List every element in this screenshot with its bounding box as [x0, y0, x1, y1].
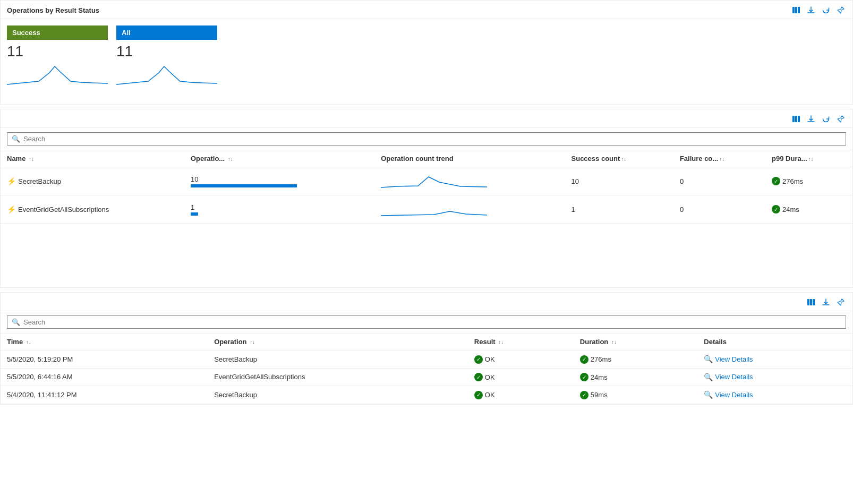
- drow1-view-details-link[interactable]: 🔍 View Details: [704, 355, 846, 363]
- row2-trend: [374, 195, 565, 224]
- download-icon[interactable]: [806, 5, 816, 15]
- drow2-operation: EventGridGetAllSubscriptions: [208, 368, 468, 386]
- drow3-operation: SecretBackup: [208, 386, 468, 404]
- row2-check-icon: ✓: [772, 205, 780, 213]
- col-name[interactable]: Name ↑↓: [1, 150, 184, 167]
- panel3-toolbar: [806, 297, 846, 307]
- details-header-row: Time ↑↓ Operation ↑↓ Result ↑↓ Duration …: [1, 334, 852, 351]
- col-trend[interactable]: Operation count trend: [374, 150, 565, 167]
- svg-rect-4: [795, 116, 797, 122]
- table-header-row: Name ↑↓ Operatio... ↑↓ Operation count t…: [1, 150, 852, 167]
- table-row: ⚡ SecretBackup 10: [1, 167, 852, 195]
- all-tile-header: All: [116, 25, 217, 40]
- sort-operation: ↑↓: [228, 156, 233, 162]
- table-row: 5/5/2020, 5:19:20 PM SecretBackup ✓ OK ✓…: [1, 351, 852, 369]
- drow3-check-icon: ✓: [474, 391, 483, 399]
- panel2-pin-icon[interactable]: [835, 114, 846, 124]
- col-operation-count[interactable]: Operatio... ↑↓: [184, 150, 374, 167]
- panel2-columns-icon[interactable]: [791, 114, 801, 124]
- col-operation[interactable]: Operation ↑↓: [208, 334, 468, 351]
- all-tile-count: 11: [116, 42, 217, 60]
- drow1-details[interactable]: 🔍 View Details: [697, 351, 852, 369]
- panel-details-table: 🔍 Time ↑↓ Operation ↑↓ Result ↑↓ Duratio…: [0, 292, 853, 405]
- panel2-empty-space: [1, 224, 852, 287]
- success-tile-sparkline: [7, 62, 108, 89]
- table-row: 5/4/2020, 11:41:12 PM SecretBackup ✓ OK …: [1, 386, 852, 404]
- col-p99[interactable]: p99 Dura...↑↓: [765, 150, 852, 167]
- panel2-toolbar: [791, 114, 846, 124]
- sort-p99: ↑↓: [808, 156, 814, 162]
- row2-op-icon: ⚡: [7, 205, 16, 213]
- sort-failure: ↑↓: [719, 156, 724, 162]
- drow1-result: ✓ OK: [468, 351, 574, 369]
- panel2-search-box[interactable]: 🔍: [7, 132, 846, 146]
- row1-failure-count: 0: [673, 167, 765, 195]
- refresh-icon[interactable]: [821, 5, 831, 15]
- sort-time: ↑↓: [26, 339, 31, 345]
- col-details: Details: [697, 334, 852, 351]
- drow3-details[interactable]: 🔍 View Details: [697, 386, 852, 404]
- sort-result: ↑↓: [498, 339, 504, 345]
- row2-p99: ✓ 24ms: [765, 195, 852, 224]
- svg-rect-2: [798, 7, 800, 13]
- drow2-time: 5/5/2020, 6:44:16 AM: [1, 368, 208, 386]
- svg-rect-8: [813, 299, 815, 305]
- panel2-download-icon[interactable]: [806, 114, 816, 124]
- drow2-result: ✓ OK: [468, 368, 574, 386]
- panel3-pin-icon[interactable]: [835, 297, 846, 307]
- drow1-magnify-icon: 🔍: [704, 355, 713, 363]
- row1-trend: [374, 167, 565, 195]
- operations-table: Name ↑↓ Operatio... ↑↓ Operation count t…: [1, 150, 852, 224]
- columns-icon[interactable]: [791, 5, 801, 15]
- row1-success-count: 10: [565, 167, 673, 195]
- sort-success: ↑↓: [621, 156, 626, 162]
- panel1-title: Operations by Result Status: [7, 6, 99, 14]
- row1-op-count: 10: [184, 167, 374, 195]
- drow3-time: 5/4/2020, 11:41:12 PM: [1, 386, 208, 404]
- col-duration[interactable]: Duration ↑↓: [574, 334, 697, 351]
- drow2-check-icon: ✓: [474, 373, 483, 381]
- row2-name: ⚡ EventGridGetAllSubscriptions: [1, 195, 184, 224]
- row1-name: ⚡ SecretBackup: [1, 167, 184, 195]
- col-success-count[interactable]: Success count↑↓: [565, 150, 673, 167]
- row2-op-bar: [191, 212, 198, 216]
- row1-op-bar: [191, 184, 297, 187]
- sort-op: ↑↓: [250, 339, 255, 345]
- panel3-header: [1, 293, 852, 311]
- panel3-columns-icon[interactable]: [806, 297, 816, 307]
- row1-check-icon: ✓: [772, 177, 780, 185]
- panel3-download-icon[interactable]: [821, 297, 831, 307]
- panel3-search-input[interactable]: [23, 318, 841, 326]
- col-result[interactable]: Result ↑↓: [468, 334, 574, 351]
- drow3-result: ✓ OK: [468, 386, 574, 404]
- tiles-container: Success 11 All 11: [1, 19, 852, 89]
- success-tile-count: 11: [7, 42, 108, 60]
- success-tile-header: Success: [7, 25, 108, 40]
- panel-operations-by-result-status: Operations by Result Status: [0, 0, 853, 105]
- all-tile[interactable]: All 11: [116, 25, 217, 89]
- svg-rect-5: [798, 116, 800, 122]
- drow2-magnify-icon: 🔍: [704, 373, 713, 381]
- row2-success-count: 1: [565, 195, 673, 224]
- row2-failure-count: 0: [673, 195, 765, 224]
- svg-rect-1: [795, 7, 797, 13]
- drow3-view-details-link[interactable]: 🔍 View Details: [704, 390, 846, 399]
- pin-icon[interactable]: [835, 5, 846, 15]
- success-tile[interactable]: Success 11: [7, 25, 108, 89]
- table-row: 5/5/2020, 6:44:16 AM EventGridGetAllSubs…: [1, 368, 852, 386]
- drow1-dur-icon: ✓: [580, 355, 588, 364]
- drow3-duration: ✓ 59ms: [574, 386, 697, 404]
- drow1-check-icon: ✓: [474, 355, 483, 364]
- col-time[interactable]: Time ↑↓: [1, 334, 208, 351]
- all-tile-sparkline: [116, 62, 217, 89]
- col-failure-count[interactable]: Failure co...↑↓: [673, 150, 765, 167]
- svg-rect-3: [792, 116, 795, 122]
- panel2-refresh-icon[interactable]: [821, 114, 831, 124]
- panel2-search-container: 🔍: [1, 128, 852, 150]
- drow1-duration: ✓ 276ms: [574, 351, 697, 369]
- panel2-search-input[interactable]: [23, 135, 841, 143]
- panel1-toolbar: [791, 5, 846, 15]
- drow2-details[interactable]: 🔍 View Details: [697, 368, 852, 386]
- panel3-search-box[interactable]: 🔍: [7, 315, 846, 329]
- drow2-view-details-link[interactable]: 🔍 View Details: [704, 373, 846, 381]
